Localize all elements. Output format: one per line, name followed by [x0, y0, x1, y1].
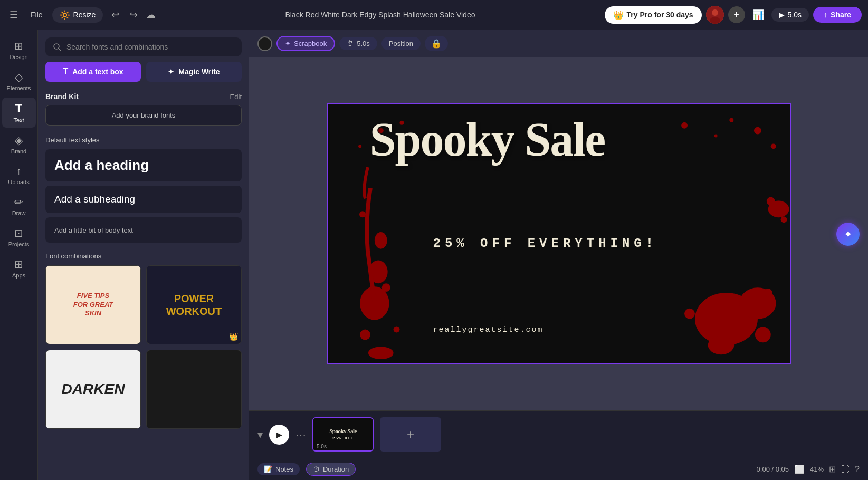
share-label: Share	[831, 11, 851, 19]
svg-point-14	[739, 287, 776, 319]
resize-label: Resize	[73, 11, 96, 19]
spooky-word1: Spooky	[370, 113, 514, 166]
svg-point-15	[708, 335, 734, 354]
sidebar-item-text[interactable]: T Text	[2, 98, 36, 128]
slide-thumbnail-1[interactable]: Spooky Sale25% OFF 5.0s	[312, 417, 374, 452]
svg-point-1	[712, 9, 718, 16]
svg-point-18	[764, 289, 772, 297]
sidebar-item-draw[interactable]: ✏ Draw	[2, 191, 36, 220]
font-combo-4[interactable]	[146, 350, 242, 429]
timer-play-icon: ▶	[779, 11, 785, 19]
brand-kit-header: Brand Kit Edit	[38, 89, 249, 105]
status-right-group: 0:00 / 0:05 ⬜ 41% ⊞ ⛶ ?	[757, 464, 860, 474]
sidebar-item-projects[interactable]: ⊡ Projects	[2, 223, 36, 252]
fullscreen-icon[interactable]: ⛶	[841, 465, 850, 474]
svg-point-13	[694, 293, 757, 345]
uploads-icon: ↑	[16, 165, 22, 177]
position-button[interactable]: Position	[381, 37, 421, 50]
lock-button[interactable]: 🔒	[425, 36, 448, 51]
projects-icon: ⊡	[14, 227, 23, 239]
font-combo-1-text: FIVE TIPSFOR GREATSKIN	[73, 292, 113, 319]
svg-point-8	[359, 211, 366, 217]
topbar: ☰ File 🔆 Resize ↩ ↪ ☁ Black Red White Da…	[0, 0, 868, 30]
user-avatar[interactable]	[706, 6, 724, 24]
spooky-title-group: Spooky Sale	[370, 115, 779, 165]
resize-emoji: 🔆	[60, 10, 70, 20]
font-combo-2-text: POWERWORKOUT	[166, 292, 222, 318]
sidebar-item-label-text: Text	[13, 117, 24, 123]
duration-icon: ⏱	[313, 465, 320, 473]
action-buttons: T Add a text box ✦ Magic Write	[45, 62, 242, 82]
timer-label: 5.0s	[788, 11, 802, 19]
svg-point-3	[54, 44, 59, 49]
spooky-title: Spooky Sale	[370, 115, 779, 165]
svg-point-28	[766, 197, 775, 206]
notes-button[interactable]: 📝 Notes	[257, 463, 300, 475]
text-box-icon: T	[63, 67, 68, 76]
subheading-style-item[interactable]: Add a subheading	[45, 186, 242, 213]
svg-point-25	[358, 145, 361, 148]
sidebar-item-label-uploads: Uploads	[8, 179, 29, 185]
scrapbook-button[interactable]: ✦ Scrapbook	[276, 36, 335, 51]
sidebar-item-uploads[interactable]: ↑ Uploads	[2, 161, 36, 189]
sidebar-item-brand[interactable]: ◈ Brand	[2, 130, 36, 159]
pro-label: Try Pro for 30 days	[627, 11, 693, 19]
scrapbook-label: Scrapbook	[294, 40, 327, 47]
filmstrip-collapse-icon[interactable]: ▾	[257, 428, 263, 441]
slide-mini-title: Spooky Sale25% OFF	[329, 428, 357, 441]
heading-style-item[interactable]: Add a heading	[45, 149, 242, 181]
help-icon[interactable]: ?	[855, 465, 860, 474]
share-button[interactable]: ↑ Share	[813, 7, 862, 23]
cloud-icon[interactable]: ☁	[146, 9, 156, 21]
svg-point-16	[755, 327, 770, 343]
add-text-box-button[interactable]: T Add a text box	[45, 62, 141, 82]
brand-kit-edit[interactable]: Edit	[230, 93, 242, 101]
resize-button[interactable]: 🔆 Resize	[52, 7, 103, 23]
body-style-item[interactable]: Add a little bit of body text	[45, 217, 242, 243]
font-combo-3[interactable]: DARKEN	[45, 350, 141, 429]
sidebar-item-elements[interactable]: ◇ Elements	[2, 66, 36, 95]
color-picker[interactable]	[257, 36, 272, 51]
duration-button[interactable]: ⏱ Duration	[306, 463, 356, 476]
add-text-box-label: Add a text box	[72, 68, 123, 76]
chart-icon[interactable]: 📊	[749, 6, 767, 24]
sidebar-item-design[interactable]: ⊞ Design	[2, 35, 36, 64]
share-icon: ↑	[824, 11, 827, 19]
add-brand-fonts-button[interactable]: Add your brand fonts	[45, 105, 242, 126]
grid-icon[interactable]: ⊞	[829, 464, 836, 474]
body-label: Add a little bit of body text	[54, 226, 133, 234]
magic-write-button[interactable]: ✦ Magic Write	[146, 62, 242, 82]
redo-button[interactable]: ↪	[126, 7, 142, 23]
add-account-button[interactable]: +	[728, 6, 745, 23]
sidebar-item-label-draw: Draw	[12, 210, 26, 216]
apps-icon: ⊞	[14, 258, 23, 271]
timer-button[interactable]: ▶ 5.0s	[771, 8, 809, 22]
file-menu[interactable]: File	[25, 7, 48, 22]
sidebar-item-label-design: Design	[9, 54, 27, 60]
canvas[interactable]: Spooky Sale 25% OFF EVERYTHING! reallygr…	[327, 103, 791, 364]
sidebar-icons: ⊞ Design ◇ Elements T Text ◈ Brand ↑ Upl…	[0, 30, 38, 480]
menu-icon[interactable]: ☰	[6, 6, 21, 24]
left-panel: T Add a text box ✦ Magic Write Brand Kit…	[38, 30, 249, 480]
undo-button[interactable]: ↩	[107, 7, 123, 23]
svg-point-12	[368, 347, 393, 359]
search-input[interactable]	[66, 43, 234, 51]
sidebar-item-apps[interactable]: ⊞ Apps	[2, 254, 36, 283]
canvas-content: Spooky Sale 25% OFF EVERYTHING! reallygr…	[328, 104, 790, 363]
screen-icon[interactable]: ⬜	[794, 464, 805, 474]
svg-point-11	[360, 330, 370, 340]
play-button[interactable]: ▶	[269, 425, 289, 445]
play-icon: ▶	[276, 430, 282, 439]
pro-button[interactable]: 👑 Try Pro for 30 days	[605, 6, 702, 24]
filmstrip-hide-btn[interactable]: ⋯	[295, 428, 306, 441]
status-bar: 📝 Notes ⏱ Duration 0:00 / 0:05 ⬜ 41% ⊞ ⛶…	[249, 458, 868, 480]
add-slide-button[interactable]: +	[380, 417, 441, 452]
main-layout: ⊞ Design ◇ Elements T Text ◈ Brand ↑ Upl…	[0, 30, 868, 480]
ai-magic-button[interactable]: ✦	[836, 223, 860, 246]
canvas-wrapper: Spooky Sale 25% OFF EVERYTHING! reallygr…	[249, 57, 868, 410]
font-combo-2[interactable]: POWERWORKOUT 👑	[146, 265, 242, 344]
time-button[interactable]: ⏱ 5.0s	[339, 37, 377, 50]
brand-kit-title: Brand Kit	[45, 92, 79, 101]
subtitle-group: 25% OFF EVERYTHING!	[433, 236, 658, 251]
font-combo-1[interactable]: FIVE TIPSFOR GREATSKIN	[45, 265, 141, 344]
